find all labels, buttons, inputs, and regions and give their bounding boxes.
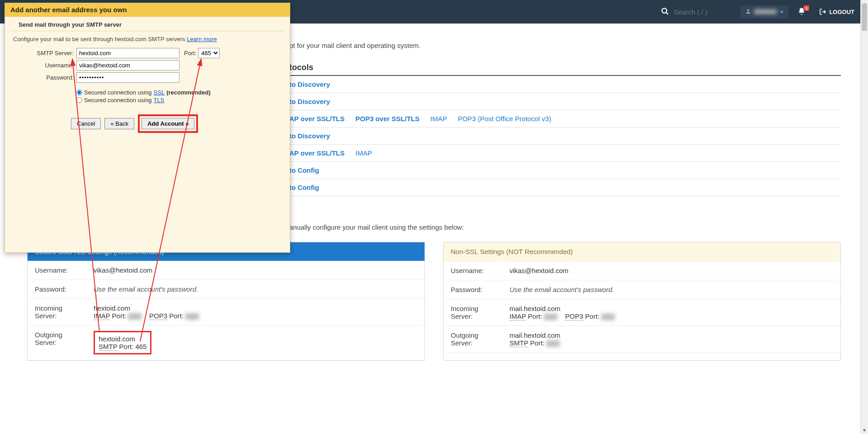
protocol-row: to Discovery <box>280 127 841 145</box>
search-wrap <box>661 7 737 17</box>
protocol-link[interactable]: to Config <box>289 184 319 191</box>
user-menu[interactable]: ▼ <box>741 5 788 19</box>
protocol-link[interactable]: to Config <box>289 166 319 174</box>
protocol-list: to Discoveryto DiscoveryAP over SSL/TLSP… <box>280 76 841 196</box>
protocol-row: to Discovery <box>280 93 841 110</box>
section-title: tocols <box>289 63 841 76</box>
dialog-description: Configure your mail to be sent through h… <box>5 31 290 44</box>
protocol-row: AP over SSL/TLSIMAP <box>280 145 841 162</box>
password-input[interactable] <box>76 72 179 83</box>
secure-ssl-panel: Secure SSL/TLS Settings (Recommended) Us… <box>27 242 425 361</box>
manual-config-text: anually configure your mail client using… <box>289 223 841 231</box>
tls-link[interactable]: TLS <box>154 97 165 104</box>
nonssl-username-label: Username: <box>443 261 502 280</box>
notifications-button[interactable]: 1 <box>792 5 811 19</box>
secure-outgoing-value: hextoid.com SMTP Port: 465 <box>86 326 425 360</box>
dialog-title: Add another email address you own <box>5 3 290 17</box>
protocol-row: to Discovery <box>280 76 841 93</box>
nonssl-password-value: Use the email account's password. <box>502 280 840 299</box>
protocol-link[interactable]: to Discovery <box>289 98 330 105</box>
search-icon[interactable] <box>661 7 669 17</box>
ssl-link[interactable]: SSL <box>154 89 165 96</box>
ssl-radio[interactable] <box>76 90 82 95</box>
nonssl-panel: Non-SSL Settings (NOT Recommended) Usern… <box>443 242 841 361</box>
protocol-row: to Config <box>280 179 841 196</box>
protocol-link[interactable]: to Discovery <box>289 80 330 88</box>
chevron-down-icon: ▼ <box>779 9 784 14</box>
outgoing-highlight: hextoid.com SMTP Port: 465 <box>94 331 151 354</box>
dialog-subtitle: Send mail through your SMTP server <box>10 17 284 31</box>
tls-radio[interactable] <box>76 97 82 103</box>
nonssl-outgoing-label: Outgoing Server: <box>443 326 502 353</box>
notification-badge: 1 <box>803 5 809 11</box>
protocol-link[interactable]: AP over SSL/TLS <box>289 115 344 123</box>
settings-panels: Secure SSL/TLS Settings (Recommended) Us… <box>27 242 841 361</box>
protocol-row: AP over SSL/TLSPOP3 over SSL/TLSIMAPPOP3… <box>280 110 841 127</box>
nonssl-outgoing-value: mail.hextoid.com SMTP Port: <box>502 326 840 353</box>
port-label: Port: <box>184 50 196 57</box>
protocol-link[interactable]: IMAP <box>355 149 372 157</box>
intro-text: pt for your mail client and operating sy… <box>289 42 841 49</box>
ssl-radio-row: Secured connection using SSL (recommende… <box>76 89 282 96</box>
cancel-button[interactable]: Cancel <box>71 118 101 129</box>
nonssl-panel-title: Non-SSL Settings (NOT Recommended) <box>443 242 840 261</box>
secure-username-label: Username: <box>28 261 86 280</box>
port-select[interactable]: 465 <box>198 48 220 58</box>
protocol-row: to Config <box>280 162 841 179</box>
back-button[interactable]: « Back <box>104 118 134 129</box>
smtp-server-label: SMTP Server: <box>13 50 76 57</box>
password-label: Password: <box>13 74 76 81</box>
logout-button[interactable]: LOGOUT <box>815 5 859 18</box>
add-account-highlight: Add Account » <box>138 114 198 133</box>
user-avatar-icon <box>745 8 751 16</box>
secure-incoming-value: hextoid.com IMAP Port: POP3 Port: <box>86 299 425 326</box>
svg-point-2 <box>747 9 750 11</box>
secure-password-label: Password: <box>28 280 86 299</box>
protocol-link[interactable]: POP3 (Post Office Protocol v3) <box>458 115 551 123</box>
tls-radio-row: Secured connection using TLS <box>76 97 282 104</box>
username-label: Username: <box>13 62 76 69</box>
scroll-thumb[interactable] <box>862 4 867 31</box>
nonssl-password-label: Password: <box>443 280 502 299</box>
protocol-link[interactable]: to Discovery <box>289 132 330 140</box>
svg-line-1 <box>666 12 668 14</box>
username-input[interactable] <box>76 60 179 71</box>
secure-outgoing-label: Outgoing Server: <box>28 326 86 360</box>
nonssl-incoming-label: Incoming Server: <box>443 299 502 326</box>
nonssl-incoming-value: mail.hextoid.com IMAP Port: POP3 Port: <box>502 299 840 326</box>
secure-incoming-label: Incoming Server: <box>28 299 86 326</box>
protocol-link[interactable]: AP over SSL/TLS <box>289 149 344 157</box>
add-email-dialog: Add another email address you own Send m… <box>5 3 290 253</box>
nonssl-username-value: vikas@hextoid.com <box>502 261 840 280</box>
logout-label: LOGOUT <box>829 9 854 15</box>
add-account-button[interactable]: Add Account » <box>142 118 194 129</box>
learn-more-link[interactable]: Learn more <box>187 36 217 42</box>
secure-password-value: Use the email account's password. <box>86 280 425 299</box>
protocol-link[interactable]: IMAP <box>430 115 447 123</box>
svg-point-0 <box>662 8 667 13</box>
vertical-scrollbar[interactable]: ▲ ▼ <box>860 0 868 379</box>
protocol-link[interactable]: POP3 over SSL/TLS <box>355 115 420 123</box>
secure-username-value: vikas@hextoid.com <box>86 261 425 280</box>
search-input[interactable] <box>674 8 737 16</box>
user-name-blurred <box>754 9 777 14</box>
smtp-server-input[interactable] <box>76 48 179 58</box>
